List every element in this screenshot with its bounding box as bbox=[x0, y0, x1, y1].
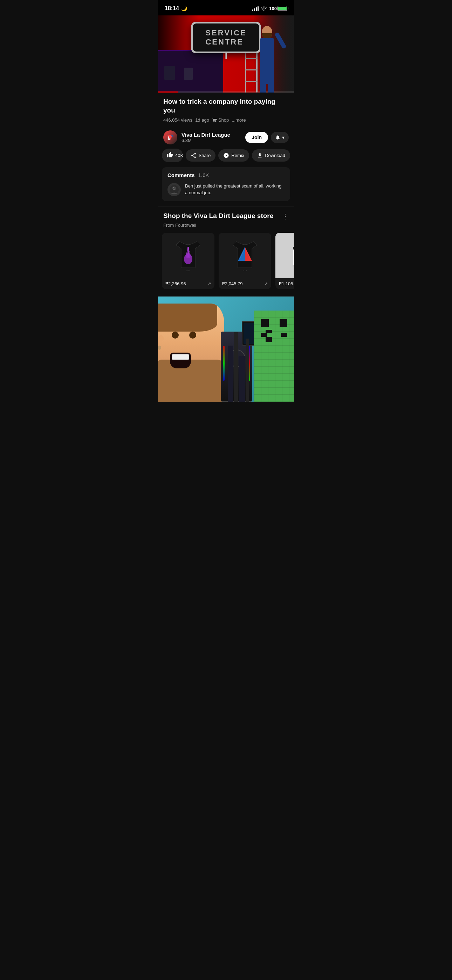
download-button[interactable]: Download bbox=[252, 149, 290, 162]
battery-indicator: 100 bbox=[269, 6, 287, 11]
share-label: Share bbox=[199, 153, 211, 158]
view-count: 446,054 views bbox=[163, 118, 193, 123]
external-link-icon: ↗ bbox=[208, 282, 211, 286]
shop-label[interactable]: Shop bbox=[218, 118, 229, 123]
like-icon bbox=[167, 152, 173, 159]
svg-rect-23 bbox=[293, 247, 294, 250]
video-progress-fill bbox=[158, 91, 178, 92]
commenter-avatar bbox=[167, 183, 181, 196]
shop-source: From Fourthwall bbox=[158, 223, 294, 228]
channel-subs: 6.3M bbox=[181, 138, 230, 143]
share-button[interactable]: Share bbox=[186, 149, 216, 162]
shop-item-price: ₱2,045.79 bbox=[222, 281, 243, 286]
channel-name: Viva La Dirt League bbox=[181, 132, 230, 138]
like-dislike-group: 40K bbox=[162, 149, 183, 162]
join-button[interactable]: Join bbox=[245, 132, 268, 143]
status-icons: 100 bbox=[252, 6, 287, 11]
signal-icon bbox=[252, 6, 259, 11]
remix-label: Remix bbox=[231, 153, 244, 158]
pc-setup bbox=[214, 310, 256, 402]
channel-avatar[interactable] bbox=[163, 130, 177, 145]
shop-item[interactable]: ₱1,105.28 ↗ bbox=[275, 233, 294, 289]
comments-section[interactable]: Comments 1.6K Ben just pulled the greate… bbox=[162, 167, 290, 201]
upload-age: 1d ago bbox=[195, 118, 209, 123]
svg-point-5 bbox=[173, 188, 174, 189]
action-buttons-row: 40K Share Remix Download bbox=[158, 149, 294, 167]
bell-chevron: ▾ bbox=[282, 135, 285, 140]
more-button[interactable]: ...more bbox=[232, 118, 246, 123]
top-comment: Ben just pulled the greatest scam of all… bbox=[167, 183, 285, 196]
comment-text: Ben just pulled the greatest scam of all… bbox=[185, 183, 285, 196]
svg-rect-20 bbox=[293, 247, 294, 266]
status-bar: 18:14 🌙 100 bbox=[158, 0, 294, 16]
comments-count: 1.6K bbox=[198, 172, 209, 178]
video-meta: 446,054 views 1d ago Shop ...more bbox=[163, 118, 289, 123]
video-info: How to trick a company into paying you 4… bbox=[158, 92, 294, 126]
creeper-block bbox=[254, 310, 294, 402]
svg-text:VLDL: VLDL bbox=[186, 269, 191, 272]
channel-row: Viva La Dirt League 6.3M Join ▾ bbox=[158, 126, 294, 149]
next-video-thumbnail[interactable] bbox=[158, 296, 294, 402]
shop-section: Shop the Viva La Dirt League store ⋮ Fro… bbox=[158, 206, 294, 296]
like-count: 40K bbox=[175, 153, 183, 158]
remix-icon bbox=[223, 153, 229, 158]
shop-item-price: ₱1,105.28 bbox=[279, 281, 294, 286]
shop-badge[interactable]: Shop bbox=[212, 118, 229, 123]
battery-level: 100 bbox=[269, 6, 277, 11]
battery-icon bbox=[277, 6, 287, 11]
bell-icon bbox=[275, 135, 281, 140]
shop-title: Shop the Viva La Dirt League store bbox=[163, 212, 273, 220]
download-label: Download bbox=[265, 153, 285, 158]
service-centre-sign: SERVICE CENTRE bbox=[191, 22, 261, 59]
channel-info[interactable]: Viva La Dirt League 6.3M bbox=[163, 130, 230, 145]
channel-actions: Join ▾ bbox=[245, 132, 289, 143]
shop-item[interactable]: VLDL ₱2,266.96 ↗ bbox=[162, 233, 215, 289]
shop-items-list: VLDL ₱2,266.96 ↗ VLDL bbox=[158, 233, 294, 289]
shop-more-options[interactable]: ⋮ bbox=[282, 212, 289, 221]
shop-item[interactable]: VLDL ₱2,045.79 ↗ bbox=[219, 233, 271, 289]
moon-icon: 🌙 bbox=[181, 6, 187, 11]
svg-rect-19 bbox=[284, 236, 294, 275]
video-thumbnail[interactable]: SERVICE CENTRE bbox=[158, 16, 294, 92]
notification-bell-button[interactable]: ▾ bbox=[271, 132, 289, 143]
like-button[interactable]: 40K bbox=[162, 149, 183, 162]
download-icon bbox=[257, 153, 263, 158]
comments-label: Comments bbox=[167, 172, 195, 178]
svg-rect-22 bbox=[292, 265, 294, 267]
external-link-icon: ↗ bbox=[264, 282, 268, 286]
remix-button[interactable]: Remix bbox=[218, 149, 249, 162]
video-title: How to trick a company into paying you bbox=[163, 97, 289, 115]
person-figure bbox=[260, 38, 274, 92]
shop-item-price: ₱2,266.96 bbox=[166, 281, 186, 286]
wifi-icon bbox=[261, 6, 267, 11]
share-icon bbox=[191, 153, 197, 158]
svg-text:VLDL: VLDL bbox=[243, 269, 247, 272]
status-time: 18:14 bbox=[165, 5, 179, 11]
